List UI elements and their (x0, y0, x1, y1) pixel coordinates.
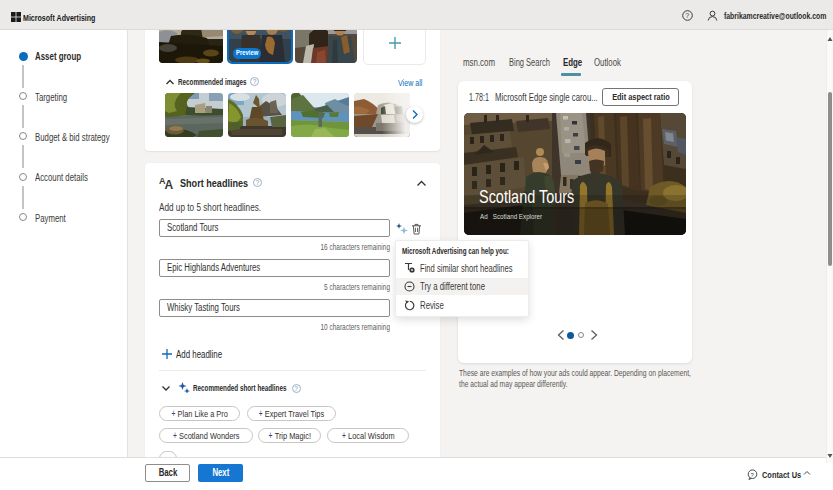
svg-text:?: ? (685, 12, 689, 19)
svg-text:A: A (165, 178, 174, 190)
svg-text:?: ? (751, 471, 755, 477)
